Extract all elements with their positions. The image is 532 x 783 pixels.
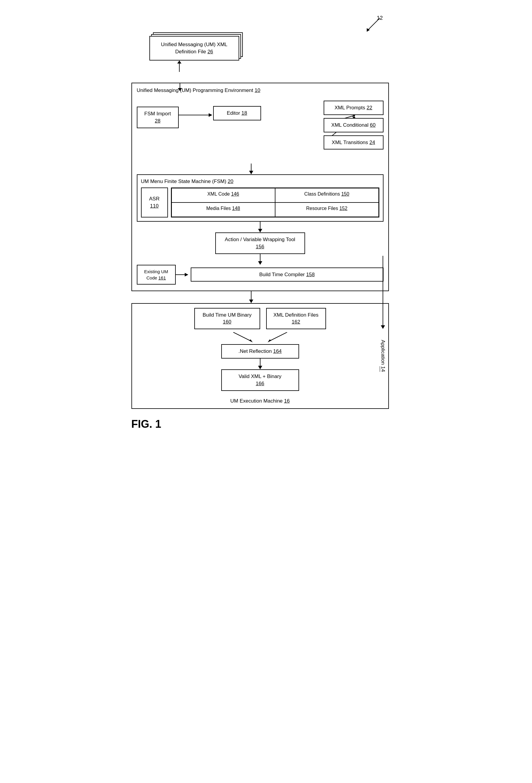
existing-um-ref: 161 <box>158 275 166 280</box>
app-label: Application 14 <box>380 340 386 372</box>
valid-xml-box: Valid XML + Binary 166 <box>221 369 299 391</box>
svg-line-0 <box>368 18 380 30</box>
svg-marker-27 <box>249 339 253 342</box>
fsm-grid: ASR 110 XML Code 146 Class Definitions 1… <box>141 188 379 217</box>
fsm-box: UM Menu Finite State Machine (FSM) 20 AS… <box>137 174 384 222</box>
env-ref: 10 <box>255 88 260 93</box>
fsm-to-action-arrow <box>137 222 384 232</box>
fsm-to-editor-arrow <box>179 112 215 119</box>
fsm-ref: 20 <box>228 179 234 184</box>
net-valid-arrow-svg <box>256 358 265 369</box>
action-compiler-arrow-svg <box>256 254 265 265</box>
diagram-container: 12 Unified Messaging (UM) XML Definition… <box>131 12 401 431</box>
asr-label: ASR <box>149 195 160 202</box>
action-var-ref: 156 <box>256 244 264 250</box>
app-exec-box: Build Time UM Binary 160 XML Definition … <box>131 303 389 409</box>
diagram-wrapper: 12 Unified Messaging (UM) XML Definition… <box>131 12 389 431</box>
env-box: Unified Messaging (UM) Programming Envir… <box>131 83 389 291</box>
net-to-valid-arrow <box>136 358 384 369</box>
fsm-editor-arrow-svg <box>179 112 215 118</box>
fig-label: FIG. 1 <box>131 418 389 431</box>
xml-conditional-box: XML Conditional 60 <box>324 118 384 132</box>
net-reflection-ref: 164 <box>273 348 281 354</box>
class-def-ref: 150 <box>341 191 350 196</box>
app-ref: 14 <box>380 366 386 372</box>
svg-marker-3 <box>177 61 181 63</box>
right-connector-svg <box>377 256 389 334</box>
center-down-arrow <box>113 291 389 303</box>
svg-marker-25 <box>381 325 385 329</box>
ref12-arrow-svg <box>362 15 386 33</box>
svg-marker-15 <box>249 171 253 174</box>
existing-to-compiler-arrow <box>176 272 191 278</box>
svg-marker-23 <box>249 300 253 303</box>
svg-marker-19 <box>258 261 262 265</box>
xml-transitions-box: XML Transitions 24 <box>324 135 384 150</box>
svg-marker-7 <box>209 113 212 117</box>
net-reflection-box: .Net Reflection 164 <box>221 344 299 358</box>
action-var-area: Action / Variable Wrapping Tool 156 <box>137 232 384 254</box>
arrow-env-to-xml <box>175 61 389 74</box>
build-time-binary-ref: 160 <box>223 319 231 325</box>
net-reflection-area: .Net Reflection 164 <box>136 344 384 358</box>
fsm-inner-grid: XML Code 146 Class Definitions 150 Media… <box>171 188 379 217</box>
center-arrow-svg <box>247 291 256 303</box>
asr-ref: 110 <box>150 203 158 209</box>
svg-line-26 <box>233 332 251 341</box>
xml-prompts-ref: 22 <box>367 105 372 111</box>
fsm-action-arrow-svg <box>256 222 265 232</box>
editor-row-area: FSM Import 28 Editor 18 <box>137 98 384 163</box>
exec-machine-label: UM Execution Machine 16 <box>136 395 384 404</box>
arrow-up-svg <box>175 61 184 72</box>
editor-box: Editor 18 <box>213 106 261 120</box>
asr-box: ASR 110 <box>141 188 168 217</box>
two-to-net-arrows <box>136 332 384 344</box>
xml-transitions-ref: 24 <box>369 139 375 145</box>
svg-marker-29 <box>268 339 271 342</box>
xml-prompts-box: XML Prompts 22 <box>324 101 384 115</box>
svg-marker-21 <box>185 273 188 277</box>
xml-code-cell: XML Code 146 <box>171 188 275 202</box>
two-to-net-svg <box>215 332 305 344</box>
media-files-ref: 148 <box>232 206 240 211</box>
xml-def-stack-area: Unified Messaging (UM) XML Definition Fi… <box>149 36 389 61</box>
xml-def-file-label: Unified Messaging (UM) XML Definition Fi… <box>154 41 234 55</box>
resource-files-ref: 152 <box>339 206 347 211</box>
compiler-to-app-arrows <box>131 291 389 303</box>
editor-area: Editor 18 <box>213 106 261 120</box>
xml-conditional-ref: 60 <box>370 122 375 128</box>
build-time-binary-box: Build Time UM Binary 160 <box>194 308 260 330</box>
editor-fsm-arrow-svg <box>247 163 256 174</box>
app-inner: Build Time UM Binary 160 XML Definition … <box>136 308 384 330</box>
existing-um-box: Existing UM Code 161 <box>137 265 176 285</box>
build-time-compiler-ref: 158 <box>306 272 314 277</box>
fsm-label: UM Menu Finite State Machine (FSM) 20 <box>141 179 379 185</box>
xml-def-files-box: XML Definition Files 162 <box>266 308 326 330</box>
svg-marker-5 <box>178 88 182 91</box>
valid-xml-ref: 166 <box>256 381 264 386</box>
xml-def-file-box: Unified Messaging (UM) XML Definition Fi… <box>149 36 239 61</box>
arrow-down-svg <box>175 83 185 91</box>
fsm-import-area: FSM Import 28 <box>137 107 179 128</box>
fsm-import-ref: 28 <box>155 118 161 124</box>
compiler-row: Existing UM Code 161 Build Time Compiler… <box>137 265 384 285</box>
exec-machine-ref: 16 <box>284 398 290 404</box>
xml-def-files-ref: 162 <box>292 319 300 325</box>
action-to-compiler-arrow <box>137 254 384 265</box>
editor-ref: 18 <box>242 110 247 116</box>
xml-prompts-area: XML Prompts 22 XML Conditional 60 XML Tr… <box>324 101 384 150</box>
valid-xml-area: Valid XML + Binary 166 <box>136 369 384 391</box>
build-time-compiler-box: Build Time Compiler 158 <box>191 268 384 282</box>
resource-files-cell: Resource Files 152 <box>275 202 379 217</box>
svg-marker-17 <box>258 229 262 232</box>
svg-marker-31 <box>258 366 262 369</box>
xml-code-ref: 146 <box>231 191 239 196</box>
arrow-down-into-env <box>175 83 185 92</box>
media-files-cell: Media Files 148 <box>171 202 275 217</box>
fsm-import-box: FSM Import 28 <box>137 107 179 128</box>
svg-line-28 <box>269 332 287 341</box>
action-var-box: Action / Variable Wrapping Tool 156 <box>215 232 305 254</box>
class-def-cell: Class Definitions 150 <box>275 188 379 202</box>
editor-to-fsm-arrow <box>119 163 384 174</box>
xml-def-file-ref: 26 <box>207 49 213 55</box>
